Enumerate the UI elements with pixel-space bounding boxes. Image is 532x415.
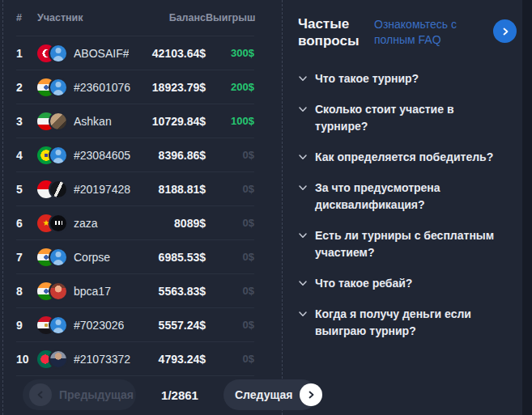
left-dashed-divider	[2, 0, 3, 415]
win-cell: 0$	[206, 183, 254, 195]
table-row[interactable]: 7 Corpse 6985.53$ 0$	[16, 240, 254, 274]
participant-name: Corpse	[74, 251, 110, 264]
faq-question[interactable]: Как определяется победитель?	[298, 149, 502, 166]
faq-question-label: За что предусмотрена дисквалификация?	[315, 180, 502, 214]
prev-page-label: Предыдущая	[59, 388, 134, 401]
tournament-leaderboard: # Участник Баланс Выигрыш 1 ABOSAIF# 421…	[16, 0, 254, 376]
header-win: Выигрыш	[206, 12, 254, 23]
faq-question-label: Есть ли турниры с бесплатным участием?	[315, 227, 502, 261]
chevron-left-icon	[29, 383, 52, 406]
table-row[interactable]: 6 zaza 8089$ 0$	[16, 206, 254, 240]
participant-name: #7023026	[74, 319, 124, 332]
chevron-down-icon	[298, 309, 308, 319]
rank-cell: 1	[16, 47, 37, 60]
faq-question[interactable]: За что предусмотрена дисквалификация?	[298, 180, 502, 214]
balance-cell: 18923.79$	[131, 81, 206, 94]
avatar	[49, 248, 68, 267]
header-rank: #	[16, 12, 37, 23]
win-cell: 0$	[206, 149, 254, 161]
rank-cell: 6	[16, 217, 37, 230]
chevron-down-icon	[298, 231, 308, 240]
balance-cell: 4793.24$	[131, 353, 206, 366]
participant-name: ABOSAIF#	[74, 47, 129, 60]
faq-list: Что такое турнир? Сколько стоит участие …	[298, 70, 502, 340]
rank-cell: 4	[16, 149, 37, 162]
faq-question[interactable]: Сколько стоит участие в турнире?	[298, 101, 502, 135]
chevron-down-icon	[298, 183, 308, 193]
avatar	[49, 180, 68, 199]
avatar	[49, 315, 68, 335]
avatar	[49, 146, 68, 165]
avatar	[49, 214, 68, 233]
balance-cell: 10729.84$	[131, 115, 206, 128]
table-row[interactable]: 5 #20197428 8188.81$ 0$	[16, 172, 254, 206]
balance-cell: 8188.81$	[131, 183, 206, 196]
table-header-row: # Участник Баланс Выигрыш	[16, 0, 254, 36]
rank-cell: 2	[16, 81, 37, 94]
table-row[interactable]: 10 #21073372 4793.24$ 0$	[16, 342, 254, 376]
prev-page-button[interactable]: Предыдущая	[23, 379, 136, 410]
participant-name: zaza	[74, 217, 98, 230]
table-row[interactable]: 4 #23084605 8396.86$ 0$	[16, 138, 254, 172]
rank-cell: 3	[16, 115, 37, 128]
win-cell: 0$	[206, 251, 254, 263]
avatar	[49, 349, 68, 369]
table-row[interactable]: 2 #23601076 18923.79$ 200$	[16, 70, 254, 104]
header-participant: Участник	[37, 12, 131, 23]
table-row[interactable]: 9 #7023026 5557.24$ 0$	[16, 308, 254, 342]
faq-question-label: Когда я получу деньги если выиграю турни…	[315, 306, 502, 340]
page-edge-strip	[522, 0, 532, 415]
participant-name: Ashkan	[74, 115, 112, 128]
header-balance: Баланс	[131, 12, 206, 23]
rank-cell: 7	[16, 251, 37, 264]
chevron-down-icon	[298, 152, 308, 162]
win-cell: 300$	[206, 47, 254, 59]
balance-cell: 5557.24$	[131, 319, 206, 332]
faq-question-label: Сколько стоит участие в турнире?	[315, 101, 502, 135]
page-indicator: 1/2861	[146, 388, 214, 402]
table-row[interactable]: 1 ABOSAIF# 42103.64$ 300$	[16, 36, 254, 70]
balance-cell: 6985.53$	[131, 251, 206, 264]
win-cell: 200$	[206, 81, 254, 93]
faq-question[interactable]: Есть ли турниры с бесплатным участием?	[298, 227, 502, 261]
faq-question-label: Как определяется победитель?	[315, 149, 502, 166]
participant-name: #20197428	[74, 183, 130, 196]
win-cell: 0$	[206, 285, 254, 297]
faq-question[interactable]: Когда я получу деньги если выиграю турни…	[298, 306, 502, 340]
rank-cell: 9	[16, 319, 37, 332]
chevron-right-icon	[300, 383, 322, 406]
win-cell: 100$	[206, 115, 254, 127]
chevron-down-icon	[298, 278, 308, 288]
avatar	[49, 282, 68, 301]
chevron-down-icon	[298, 74, 308, 83]
participant-name: #23084605	[74, 149, 130, 162]
balance-cell: 8396.86$	[131, 149, 206, 162]
rank-cell: 10	[16, 353, 37, 366]
win-cell: 0$	[206, 217, 254, 229]
avatar	[49, 78, 68, 97]
win-cell: 0$	[206, 319, 254, 331]
faq-question-label: Что такое турнир?	[315, 70, 502, 87]
table-row[interactable]: 3 Ashkan 10729.84$ 100$	[16, 104, 254, 138]
faq-title: Частые вопросы	[298, 15, 372, 49]
pagination: Предыдущая 1/2861 Следущая	[23, 379, 317, 410]
faq-question[interactable]: Что такое ребай?	[298, 275, 502, 292]
chevron-right-icon	[500, 27, 510, 36]
participant-name: #21073372	[74, 353, 130, 366]
faq-header: Частые вопросы Ознакомьтесь с полным FAQ	[298, 13, 517, 49]
balance-cell: 5563.83$	[131, 285, 206, 298]
rank-cell: 8	[16, 285, 37, 298]
faq-link-button[interactable]	[493, 19, 517, 43]
avatar	[49, 112, 68, 131]
faq-question-label: Что такое ребай?	[315, 275, 502, 292]
rank-cell: 5	[16, 183, 37, 196]
balance-cell: 8089$	[131, 217, 206, 230]
next-page-button[interactable]: Следущая	[223, 379, 317, 410]
faq-question[interactable]: Что такое турнир?	[298, 70, 502, 87]
table-row[interactable]: 8 bpca17 5563.83$ 0$	[16, 274, 254, 308]
table-faq-divider	[282, 0, 283, 415]
participant-name: #23601076	[74, 81, 130, 94]
balance-cell: 42103.64$	[131, 47, 206, 60]
participant-name: bpca17	[74, 285, 111, 298]
faq-full-link[interactable]: Ознакомьтесь с полным FAQ	[374, 17, 479, 48]
